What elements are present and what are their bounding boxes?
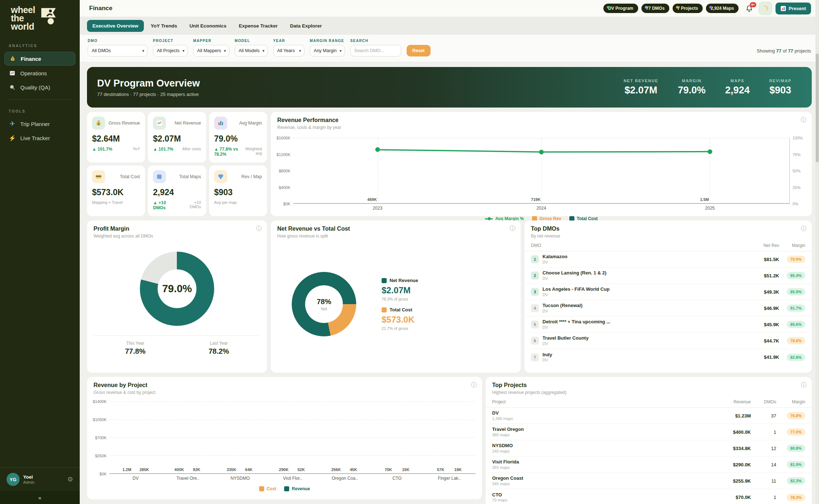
badge-label: 2,924 Maps (711, 6, 734, 11)
left-axis: $1400K$1050K$700K$350K$0K (91, 402, 109, 474)
banner-stat-label: NET REVENUE (624, 79, 658, 83)
filter-select[interactable]: All Years ▾ (273, 45, 304, 56)
gear-icon[interactable]: ⚙ (67, 475, 73, 483)
table-row[interactable]: 3 Los Angeles - FiFA World Cup DV $49.3K… (524, 284, 812, 300)
tab[interactable]: Expense Tracker (233, 20, 283, 32)
plane-icon: ✈ (9, 120, 16, 127)
filter-label: MARGIN RANGE (310, 39, 345, 43)
tab-label: YoY Trends (151, 23, 177, 29)
avatar[interactable]: YG (7, 473, 20, 486)
filter-select[interactable]: Any Margin ▾ (310, 45, 345, 56)
filter-select[interactable]: All Projects ▾ (153, 45, 188, 56)
kpi-gross-revenue: $ Gross Revenue $2.64M ▲ 101.7% YoY (87, 112, 145, 163)
tab[interactable]: Unit Economics (184, 20, 232, 32)
sidebar-item-operations[interactable]: Operations (4, 67, 75, 80)
program-overview-banner: DV Program Overview 77 destinations · 77… (87, 67, 812, 108)
banner-stat: MARGIN 79.0% (678, 79, 706, 96)
chevron-down-icon: ▾ (299, 49, 301, 53)
table-row[interactable]: CTO 70 maps $70.0K 1 78.3% (486, 489, 812, 504)
kpi-title: Avg Margin (239, 121, 262, 126)
kpi-note: YoY (133, 147, 140, 151)
table-row[interactable]: DV 1,396 maps $1.23M 37 76.8% (486, 408, 812, 424)
banner-stat-value: 2,924 (725, 85, 750, 96)
filter-select[interactable]: All Mappers ▾ (193, 45, 229, 56)
orange-legend-icon (382, 307, 387, 312)
logo-text: wheel the world (11, 6, 35, 31)
filter-field: MARGIN RANGE Any Margin ▾ (310, 39, 345, 56)
project-maps: 1,396 maps (492, 416, 711, 421)
top-bar: Finance DV Program 77 DMOs (80, 0, 819, 17)
sidebar-item-trip-planner[interactable]: ✈ Trip Planner (4, 117, 75, 130)
orange-legend-icon (259, 486, 264, 491)
dmo-name: Los Angeles - FiFA World Cup (542, 286, 610, 292)
table-row[interactable]: 4 Tucson (Renewal) DV $46.9K 91.7% (524, 300, 812, 316)
filter-select[interactable]: All Models ▾ (235, 45, 268, 56)
revenue-value: $400.0K (711, 429, 751, 435)
info-icon[interactable]: ⓘ (801, 225, 807, 232)
status-badge[interactable]: 7 Projects (673, 4, 703, 13)
dark-mode-toggle[interactable]: ☽ (758, 1, 772, 15)
scrollbar-thumb[interactable] (816, 54, 819, 162)
reset-button[interactable]: Reset (407, 45, 431, 56)
table-row[interactable]: Visit Florida 393 maps $290.0K 14 81.9% (486, 457, 812, 473)
tab[interactable]: Data Explorer (284, 20, 327, 32)
table-row[interactable]: 7 Indy DV $41.9K 82.8% (524, 349, 812, 365)
kpi-total-maps: Total Maps 2,924 ▲ +10 DMOs +10 DMOs (148, 165, 206, 216)
table-row[interactable]: 2 Choose Lansing (Ren. 1 & 2) DV $51.2K … (524, 268, 812, 284)
sidebar-item-finance[interactable]: $ Finance (4, 52, 75, 66)
present-button[interactable]: Present (776, 3, 811, 14)
card-title: Net Revenue vs Total Cost (277, 226, 514, 232)
rank-chip: 7 (531, 353, 539, 361)
table-row[interactable]: Travel Oregon 380 maps $400.0K 1 77.0% (486, 424, 812, 440)
search-input[interactable] (350, 45, 401, 56)
notification-count-badge: 9+ (750, 2, 756, 7)
card-title: Revenue Performance (277, 117, 805, 123)
revenue-by-project-card: Revenue by Project Gross revenue & cost … (87, 377, 482, 499)
filter-label: MAPPER (193, 39, 229, 43)
info-icon[interactable]: ⓘ (510, 225, 516, 232)
revenue-value: $290.0K (711, 462, 751, 467)
total-cost-legend-entry: Total Cost $573.0K 21.7% of gross (382, 307, 418, 331)
info-icon[interactable]: ⓘ (471, 381, 477, 389)
notifications-button[interactable]: 9+ (745, 5, 753, 12)
sidebar-item-quality[interactable]: Quality (QA) (4, 81, 75, 94)
banner-stat-label: MARGIN (678, 79, 706, 83)
page-scrollbar[interactable] (815, 0, 819, 504)
tab[interactable]: Executive Overview (87, 20, 144, 32)
table-row[interactable]: 6 Travel Butler County DV $44.7K 78.6% (524, 333, 812, 349)
search-label: SEARCH (350, 39, 401, 43)
status-badge[interactable]: 77 DMOs (641, 4, 669, 13)
filter-select[interactable]: All DMOs ▾ (88, 45, 147, 56)
card-title: Revenue by Project (93, 382, 475, 388)
kpi-avg-margin: Avg Margin 79.0% ▲ 77.8% vs 78.2% Weight… (209, 112, 267, 163)
tab[interactable]: YoY Trends (145, 20, 183, 32)
card-subtitle: Gross revenue & cost by project (93, 390, 475, 395)
profit-margin-card: Profit Margin Weighted avg across all DM… (87, 220, 267, 373)
net-rev-value: $51.2K (747, 273, 779, 278)
banner-stat: NET REVENUE $2.07M (624, 79, 658, 96)
main-area: Finance DV Program 77 DMOs (80, 0, 819, 504)
badge-dot-icon (676, 6, 678, 8)
info-icon[interactable]: ⓘ (801, 381, 807, 389)
sidebar-collapse-button[interactable]: « (0, 491, 80, 504)
revenue-value: $1.23M (711, 413, 751, 419)
sidebar-divider (9, 100, 71, 100)
status-badge[interactable]: 2,924 Maps (706, 4, 739, 13)
table-row[interactable]: Oregon Coast 345 maps $255.9K 11 82.3% (486, 473, 812, 489)
kpi-delta: ▲ +10 DMOs (153, 200, 179, 210)
net-vs-cost-card: Net Revenue vs Total Cost How gross reve… (271, 220, 521, 373)
trend-chart-icon (153, 117, 166, 130)
status-badge[interactable]: DV Program (603, 4, 638, 13)
dmo-name: Detroit **** + Tina upcoming ... (542, 319, 610, 325)
user-box[interactable]: YG Yoel Admin ⚙ (0, 467, 80, 491)
sidebar-item-live-tracker[interactable]: ⚡ Live Tracker (4, 131, 75, 144)
money-bag-icon: $ (9, 55, 16, 62)
table-row[interactable]: 1 Kalamazoo DV $81.5K 70.9% (524, 251, 812, 268)
margin-badge: 85.4% (787, 272, 805, 279)
table-row[interactable]: 5 Detroit **** + Tina upcoming ... DV $4… (524, 316, 812, 333)
info-icon[interactable]: ⓘ (801, 116, 807, 124)
info-icon[interactable]: ⓘ (256, 225, 262, 232)
project-maps: 240 maps (492, 449, 711, 454)
revenue-value: $255.9K (711, 478, 751, 484)
table-row[interactable]: NYSDMO 240 maps $334.8K 12 80.8% (486, 440, 812, 457)
